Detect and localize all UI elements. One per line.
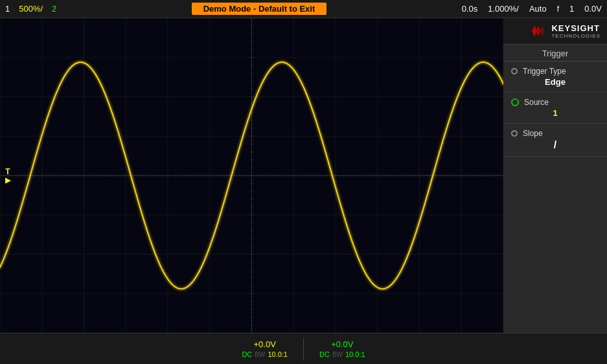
- keysight-logo-text: KEYSIGHT TECHNOLOGIES: [551, 23, 601, 39]
- source-radio: [511, 98, 519, 106]
- logo-keysight-label: KEYSIGHT: [551, 23, 601, 33]
- slope-radio: [511, 130, 518, 137]
- ch2-ratio: 10.0:1: [345, 350, 365, 358]
- keysight-logo: KEYSIGHT TECHNOLOGIES: [529, 23, 601, 39]
- ch2-bw: BW: [332, 351, 343, 358]
- trigger-arrow-icon: T: [5, 167, 10, 176]
- bottom-bar: +0.0V DC BW 10.0:1 +0.0V DC BW 10.0:1: [0, 333, 607, 364]
- trigger-type-value: Edge: [545, 77, 566, 87]
- ch1-coupling-row: DC BW 10.0:1: [242, 350, 288, 358]
- scope-display: T ▶: [0, 18, 503, 333]
- slope-label: Slope: [523, 129, 543, 138]
- source-menu-item[interactable]: Source 1: [503, 93, 607, 124]
- top-bar-right: 0.0s 1.000%/ Auto f 1 0.0V: [462, 4, 602, 14]
- ch1-scale: 500%/: [19, 4, 43, 14]
- slope-menu-item[interactable]: Slope /: [503, 124, 607, 157]
- ch1-label: 1: [5, 4, 10, 14]
- trigger-volt: 0.0V: [584, 4, 602, 14]
- keysight-logo-icon: [529, 25, 547, 38]
- bottom-divider-1: [303, 337, 304, 361]
- ch2-status: +0.0V DC BW 10.0:1: [319, 339, 365, 358]
- logo-technologies-label: TECHNOLOGIES: [551, 33, 601, 39]
- main-area: T ▶ KEYSIGHT TECHNOLOGIES Trigger: [0, 18, 607, 333]
- trigger-mode: Auto: [529, 4, 547, 14]
- ch1-bw: BW: [255, 351, 265, 358]
- trigger-ch: 1: [569, 4, 574, 14]
- time-scale: 1.000%/: [488, 4, 519, 14]
- top-bar: 1 500%/ 2 Demo Mode - Default to Exit 0.…: [0, 0, 607, 18]
- source-row: Source: [511, 98, 599, 107]
- slope-row: Slope: [511, 129, 599, 138]
- source-label: Source: [524, 98, 549, 107]
- trigger-icon: f: [557, 5, 559, 14]
- svg-marker-2: [540, 26, 545, 36]
- ch2-num: 2: [52, 4, 56, 14]
- trigger-marker: T ▶: [5, 167, 10, 185]
- demo-mode-button[interactable]: Demo Mode - Default to Exit: [192, 3, 327, 15]
- top-bar-left: 1 500%/ 2: [5, 4, 56, 14]
- right-panel: KEYSIGHT TECHNOLOGIES Trigger Trigger Ty…: [503, 18, 607, 333]
- time-position: 0.0s: [462, 4, 478, 14]
- ch1-voltage: +0.0V: [254, 339, 276, 349]
- waveform-canvas: [0, 18, 503, 333]
- slope-value: /: [554, 139, 556, 151]
- trigger-type-radio: [511, 68, 518, 74]
- trigger-type-row: Trigger Type: [511, 67, 599, 76]
- ch2-dc: DC: [319, 350, 330, 358]
- ch2-coupling-row: DC BW 10.0:1: [319, 350, 365, 358]
- source-value: 1: [553, 108, 557, 118]
- ch1-status-top: +0.0V: [254, 339, 276, 349]
- ch1-status: +0.0V DC BW 10.0:1: [242, 339, 288, 358]
- ch1-ratio: 10.0:1: [268, 350, 288, 358]
- ch2-voltage: +0.0V: [331, 339, 353, 349]
- trigger-type-menu-item[interactable]: Trigger Type Edge: [503, 62, 607, 93]
- trigger-level-arrow: ▶: [5, 176, 10, 185]
- logo-area: KEYSIGHT TECHNOLOGIES: [503, 18, 607, 45]
- ch1-dc: DC: [242, 350, 252, 358]
- trigger-type-label: Trigger Type: [523, 67, 566, 76]
- trigger-section-label: Trigger: [503, 45, 607, 62]
- ch2-status-top: +0.0V: [331, 339, 353, 349]
